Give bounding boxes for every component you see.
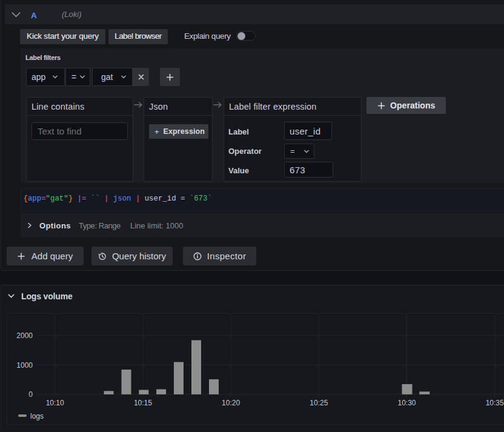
svg-text:10:30: 10:30 (397, 399, 416, 407)
svg-text:logs: logs (30, 412, 44, 420)
svg-text:10:10: 10:10 (46, 399, 64, 407)
svg-text:0: 0 (28, 390, 33, 399)
svg-text:10:15: 10:15 (134, 399, 152, 407)
svg-text:10:35: 10:35 (486, 399, 504, 407)
svg-text:1000: 1000 (16, 361, 33, 370)
svg-text:10:20: 10:20 (222, 399, 240, 407)
svg-text:10:25: 10:25 (310, 399, 328, 407)
svg-text:2000: 2000 (16, 331, 33, 340)
